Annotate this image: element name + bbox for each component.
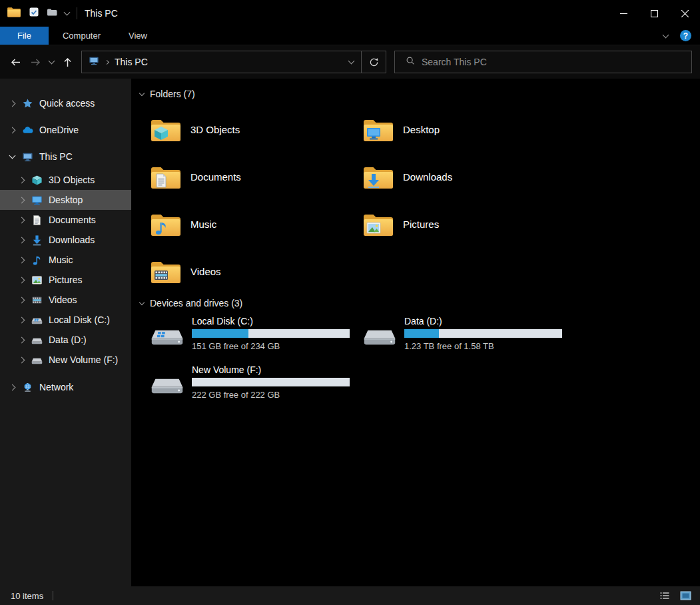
breadcrumb[interactable]: This PC — [115, 57, 148, 67]
chevron-right-icon[interactable] — [16, 218, 27, 223]
drive-usage-fill — [404, 329, 439, 338]
chevron-right-icon[interactable] — [16, 298, 27, 302]
qat-new-folder-icon[interactable] — [47, 7, 57, 19]
up-button[interactable] — [57, 52, 77, 72]
drive-tile-data-d[interactable]: Data (D:) 1.23 TB free of 1.58 TB — [362, 315, 575, 364]
close-button[interactable] — [669, 0, 700, 27]
sidebar-item-onedrive[interactable]: OneDrive — [0, 117, 131, 143]
folder-icon — [150, 257, 182, 287]
sidebar-item-pictures[interactable]: Pictures — [0, 270, 131, 290]
chevron-right-icon[interactable] — [7, 128, 17, 133]
chevron-right-icon[interactable] — [7, 385, 17, 390]
help-button[interactable]: ? — [680, 30, 691, 41]
network-globe-icon — [21, 381, 33, 393]
ribbon-tab-bar: File Computer View ? — [0, 27, 700, 45]
this-pc-icon — [21, 151, 33, 163]
sidebar-item-label: 3D Objects — [49, 175, 95, 185]
explorer-icon — [7, 6, 21, 21]
videos-film-icon — [31, 294, 43, 306]
chevron-right-icon[interactable] — [7, 101, 17, 106]
expand-ribbon-chevron-icon[interactable] — [663, 31, 669, 38]
sidebar-item-videos[interactable]: Videos — [0, 290, 131, 310]
qat-customize-chevron-icon[interactable] — [64, 9, 71, 16]
tab-file[interactable]: File — [0, 27, 49, 45]
chevron-right-icon[interactable] — [16, 318, 27, 322]
section-folders-header[interactable]: Folders (7) — [140, 87, 700, 101]
sidebar-item-downloads[interactable]: Downloads — [0, 230, 131, 250]
chevron-right-icon[interactable] — [16, 278, 27, 283]
chevron-right-icon[interactable] — [16, 178, 27, 183]
titlebar-separator — [77, 7, 77, 19]
drive-free-space: 222 GB free of 222 GB — [192, 390, 350, 400]
tab-view[interactable]: View — [115, 27, 161, 45]
folder-tile-downloads[interactable]: Downloads — [362, 153, 563, 201]
folder-tile-videos[interactable]: Videos — [150, 248, 351, 295]
tab-computer[interactable]: Computer — [49, 27, 115, 45]
chevron-right-icon[interactable] — [16, 358, 27, 362]
chevron-right-icon[interactable] — [16, 238, 27, 243]
back-button[interactable] — [5, 52, 25, 72]
address-dropdown-chevron-icon[interactable] — [341, 51, 361, 73]
large-icons-view-button[interactable] — [677, 588, 693, 603]
drive-free-space: 1.23 TB free of 1.58 TB — [404, 341, 562, 351]
drive-tile-new-volume-f[interactable]: New Volume (F:) 222 GB free of 222 GB — [150, 364, 362, 412]
chevron-right-icon[interactable] — [16, 258, 27, 263]
drive-usage-bar — [192, 329, 350, 338]
sidebar-item-label: New Volume (F:) — [49, 354, 118, 365]
search-input[interactable] — [422, 57, 685, 67]
folder-tile-music[interactable]: Music — [150, 201, 351, 248]
chevron-right-icon[interactable] — [16, 338, 27, 342]
sidebar-item-quick-access[interactable]: Quick access — [0, 90, 131, 117]
folder-tile-documents[interactable]: Documents — [150, 153, 351, 201]
recent-locations-chevron-icon[interactable] — [45, 52, 57, 72]
collapse-chevron-icon[interactable] — [139, 90, 145, 95]
drive-icon — [150, 326, 184, 364]
sidebar-item-network[interactable]: Network — [0, 374, 131, 400]
sidebar-item-desktop[interactable]: Desktop — [0, 190, 131, 210]
minimize-button[interactable] — [608, 0, 639, 27]
drive-icon — [31, 354, 43, 366]
drive-tile-local-disk-c[interactable]: Local Disk (C:) 151 GB free of 234 GB — [150, 315, 362, 364]
chevron-down-icon[interactable] — [7, 155, 17, 158]
folder-icon — [362, 210, 394, 239]
forward-button[interactable] — [25, 52, 45, 72]
sidebar-item-local-disk-c[interactable]: Local Disk (C:) — [0, 310, 131, 330]
breadcrumb-chevron-icon[interactable] — [105, 59, 109, 64]
folder-tile-3d-objects[interactable]: 3D Objects — [150, 106, 351, 153]
refresh-button[interactable] — [362, 51, 386, 73]
window-title: This PC — [85, 8, 118, 19]
navigation-bar: This PC — [0, 45, 700, 79]
sidebar-item-documents[interactable]: Documents — [0, 210, 131, 230]
address-bar[interactable]: This PC — [81, 51, 386, 73]
file-explorer-window: This PC File Computer View ? This PC — [0, 0, 700, 605]
search-box[interactable] — [394, 51, 692, 73]
sidebar-item-music[interactable]: Music — [0, 250, 131, 270]
file-list-pane: Folders (7) 3D Objects Desktop Documents — [131, 79, 700, 586]
qat-properties-icon[interactable] — [29, 7, 39, 20]
sidebar-item-label: Pictures — [49, 275, 83, 285]
details-view-button[interactable] — [657, 588, 673, 603]
collapse-chevron-icon[interactable] — [139, 299, 145, 304]
folder-tile-pictures[interactable]: Pictures — [362, 201, 563, 248]
quick-access-star-icon — [21, 97, 33, 109]
sidebar-item-this-pc[interactable]: This PC — [0, 143, 131, 170]
sidebar-item-3d-objects[interactable]: 3D Objects — [0, 170, 131, 190]
sidebar-item-label: Desktop — [49, 195, 83, 205]
folder-tile-desktop[interactable]: Desktop — [362, 106, 563, 153]
sidebar-item-label: Data (D:) — [49, 334, 87, 345]
drive-name: Local Disk (C:) — [192, 315, 350, 327]
chevron-right-icon[interactable] — [16, 198, 27, 203]
sidebar-item-data-d[interactable]: Data (D:) — [0, 330, 131, 350]
maximize-button[interactable] — [639, 0, 669, 27]
sidebar-item-new-volume-f[interactable]: New Volume (F:) — [0, 350, 131, 370]
drive-name: New Volume (F:) — [192, 364, 350, 376]
search-icon — [406, 56, 415, 68]
downloads-arrow-icon — [31, 234, 43, 246]
folder-icon — [150, 210, 182, 239]
local-disk-icon — [31, 314, 43, 326]
folder-name: Desktop — [403, 124, 440, 135]
folder-name: Music — [190, 219, 216, 230]
status-bar: 10 items — [0, 586, 700, 605]
sidebar-item-label: Quick access — [39, 98, 95, 109]
section-devices-header[interactable]: Devices and drives (3) — [140, 297, 700, 310]
